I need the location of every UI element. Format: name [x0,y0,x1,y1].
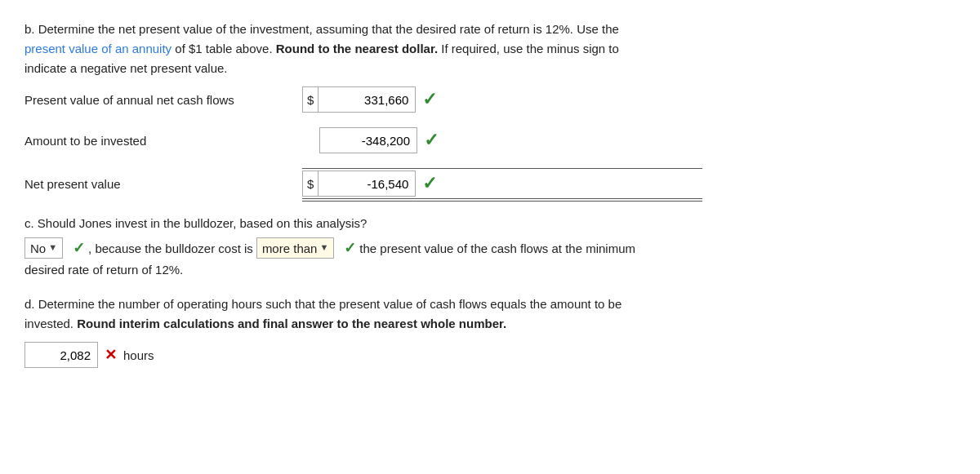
field-label-invested: Amount to be invested [24,134,302,148]
section-c-question: c. Should Jones invest in the bulldozer,… [24,216,956,230]
dollar-prefix-npv: $ [302,171,318,197]
check-pv: ✓ [422,89,437,110]
dropdown-no[interactable]: No ▼ [24,237,63,259]
answer-row: ✕ hours [24,342,956,368]
section-d-text: d. Determine the number of operating hou… [24,295,956,334]
npv-section: Net present value $ ✓ [24,168,956,202]
section-d-bold: Round interim calculations and final ans… [77,317,506,330]
check-no: ✓ [73,235,85,261]
section-c-line2: desired rate of return of 12%. [24,263,956,277]
field-label-npv: Net present value [24,177,302,191]
check-more-than: ✓ [344,235,356,261]
section-b-line3: indicate a negative net present value. [24,61,228,75]
field-row-pv: Present value of annual net cash flows $… [24,86,956,113]
section-c-because: , because the bulldozer cost is [88,237,253,259]
dropdown-more-than[interactable]: more than ▼ [256,237,334,259]
section-b: b. Determine the net present value of th… [24,20,956,202]
section-d: d. Determine the number of operating hou… [24,295,956,368]
section-b-text: b. Determine the net present value of th… [24,20,956,78]
hours-label: hours [123,348,154,362]
x-mark: ✕ [105,346,117,364]
hours-input[interactable] [24,342,98,368]
annuity-link[interactable]: present value of an annuity [24,42,172,55]
dollar-prefix-pv: $ [302,86,318,113]
section-c-suffix: the present value of the cash flows at t… [359,237,635,259]
input-pv[interactable] [318,86,416,113]
dropdown-no-label: No [30,237,46,259]
check-invested: ✓ [424,130,439,151]
check-npv: ✓ [422,173,437,194]
dropdown-more-than-label: more than [262,237,318,259]
field-label-pv: Present value of annual net cash flows [24,93,302,107]
dropdown-more-than-arrow: ▼ [319,240,328,256]
section-b-line2-middle: of $1 table above. [175,42,275,55]
section-b-line2-suffix: If required, use the minus sign to [438,42,619,55]
input-npv[interactable] [318,171,416,197]
input-invested[interactable] [319,127,417,153]
section-d-line1: d. Determine the number of operating hou… [24,297,621,311]
section-c: c. Should Jones invest in the bulldozer,… [24,216,956,277]
dropdown-no-arrow: ▼ [48,240,57,256]
section-d-line2-prefix: invested. [24,317,77,330]
field-row-npv: Net present value $ ✓ [24,171,956,197]
field-row-invested: Amount to be invested ✓ [24,127,956,153]
section-b-line1: b. Determine the net present value of th… [24,22,619,36]
section-c-answer-row: No ▼ ✓ , because the bulldozer cost is m… [24,235,956,261]
section-b-bold: Round to the nearest dollar. [276,42,438,55]
